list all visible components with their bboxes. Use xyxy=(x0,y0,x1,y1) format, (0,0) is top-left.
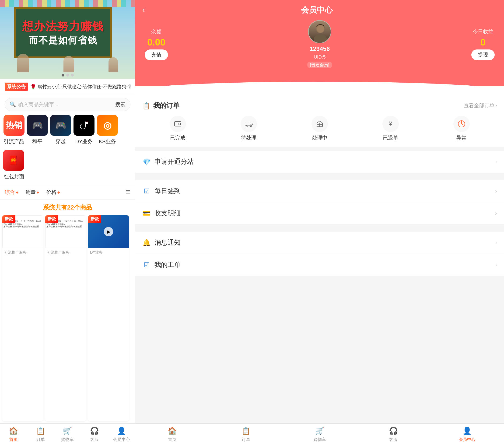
avatar-image xyxy=(309,21,331,43)
notification-arrow: › xyxy=(495,239,497,246)
tiktok-logo xyxy=(78,119,90,131)
red-packet-item[interactable]: 🧧 红包封面 xyxy=(2,150,24,180)
right-nav-home[interactable]: 🏠 首页 xyxy=(135,427,209,442)
recharge-button[interactable]: 充值 xyxy=(145,50,168,60)
nav-order[interactable]: 📋 订单 xyxy=(27,427,54,442)
announcement-label: 系统公告 xyxy=(5,83,28,91)
dot-3 xyxy=(71,74,74,76)
menu-finance[interactable]: 💳 收支明细 › xyxy=(135,202,504,224)
status-abnormal[interactable]: 异常 xyxy=(453,116,470,141)
search-bar[interactable]: 🔍 输入商品关键字... 搜索 xyxy=(5,98,130,111)
status-label-cancelled: 已退单 xyxy=(383,134,398,141)
divider-2 xyxy=(135,228,504,232)
svg-point-7 xyxy=(246,125,247,127)
right-nav-cart[interactable]: 🛒 购物车 xyxy=(283,427,357,442)
new-badge-3: 新款 xyxy=(88,215,101,223)
right-nav-member[interactable]: 👤 会员中心 xyxy=(430,427,504,442)
right-member-icon: 👤 xyxy=(463,427,472,435)
right-content: 📋 我的订单 查看全部订单 › xyxy=(135,96,504,423)
category-icon-chuyue: 🎮 xyxy=(50,115,71,136)
sort-sales[interactable]: 销量 ◆ xyxy=(25,189,39,196)
product-img-1: 贯维精品货 云计算个人计划！！1发行件价值！2000元，1000元自动出...用… xyxy=(2,215,43,248)
category-icon-hot: 热销 xyxy=(3,115,24,136)
category-ks[interactable]: ◎ KS业务 xyxy=(96,115,119,145)
orders-icon: 📋 xyxy=(142,102,150,110)
sort-composite-label: 综合 xyxy=(5,189,15,196)
view-all-orders[interactable]: 查看全部订单 › xyxy=(464,102,497,109)
withdraw-button[interactable]: 提现 xyxy=(471,50,495,60)
svg-rect-6 xyxy=(245,122,250,126)
category-label-chuyue: 穿越 xyxy=(55,138,66,145)
user-uid: UID:5 xyxy=(314,54,325,60)
product-card-2[interactable]: 贯维精品货 云计算个人计划！！发行件价值！2000元，1000元自动出...用户… xyxy=(45,215,86,421)
menu-substation[interactable]: 💎 申请开通分站 › xyxy=(135,151,504,173)
ks-icon: ◎ xyxy=(103,120,111,131)
category-heping[interactable]: 🎮 和平 xyxy=(26,115,49,145)
order-statuses: 已完成 待处理 xyxy=(142,116,497,141)
product-grid: 贯维精品货 云计算个人计划！！1发行件价值！2000元，1000元自动出...用… xyxy=(0,215,135,423)
right-nav-order[interactable]: 📋 订单 xyxy=(209,427,283,442)
menu-notification[interactable]: 🔔 消息通知 › xyxy=(135,232,504,254)
menu-worklist[interactable]: ☑ 我的工单 › xyxy=(135,254,504,276)
right-nav-service[interactable]: 🎧 客服 xyxy=(357,427,430,442)
red-packet-label: 红包封面 xyxy=(3,173,24,180)
wave-separator xyxy=(135,86,504,96)
orders-title: 📋 我的订单 xyxy=(142,101,180,110)
cart-label: 购物车 xyxy=(61,437,74,442)
product-card-3[interactable]: ▶ 新款 DY业务 xyxy=(88,215,129,421)
product-card-info-2: 引流推广服务 xyxy=(45,248,86,256)
product-card-1[interactable]: 贯维精品货 云计算个人计划！！1发行件价值！2000元，1000元自动出...用… xyxy=(2,215,43,421)
substation-icon: 💎 xyxy=(142,158,151,166)
dot-2 xyxy=(66,74,69,76)
play-button: ▶ xyxy=(104,227,113,236)
svg-text:¥: ¥ xyxy=(389,120,392,127)
nav-cart[interactable]: 🛒 购物车 xyxy=(54,427,81,442)
category-dy[interactable]: DY业务 xyxy=(72,115,96,145)
bottom-spacer xyxy=(135,280,504,289)
list-view-icon[interactable]: ☰ xyxy=(125,189,130,196)
announcement-content: 腐竹云小店-只做稳定-给你信任-不做跑路狗-售后稳定 xyxy=(37,84,130,90)
status-cancelled[interactable]: ¥ 已退单 xyxy=(382,116,399,141)
right-home-icon: 🏠 xyxy=(167,427,177,435)
svg-line-15 xyxy=(462,124,463,125)
view-all-arrow: › xyxy=(495,103,497,109)
sort-price[interactable]: 价格 ◆ xyxy=(46,189,60,196)
menu-checkin[interactable]: ☑ 每日签到 › xyxy=(135,180,504,202)
banner-dots xyxy=(62,74,74,76)
nav-member[interactable]: 👤 会员中心 xyxy=(108,427,135,442)
worklist-arrow: › xyxy=(495,262,497,268)
status-completed[interactable]: 已完成 xyxy=(170,116,186,141)
new-badge-2: 新款 xyxy=(45,215,58,223)
menu-section-2: ☑ 每日签到 › 💳 收支明细 › xyxy=(135,180,504,224)
decorative-flags xyxy=(0,0,135,7)
sort-composite[interactable]: 综合 ◆ xyxy=(5,189,18,196)
banner-line1: 想办法努力赚钱 xyxy=(22,19,104,34)
status-icon-processing xyxy=(311,116,328,132)
status-pending[interactable]: 待处理 xyxy=(241,116,257,141)
balance-section: 余额 0.00 充值 xyxy=(145,28,168,60)
product-card-info-3: DY业务 xyxy=(88,248,129,256)
banner-line2: 而不是如何省钱 xyxy=(29,34,97,47)
back-button[interactable]: ‹ xyxy=(142,5,145,15)
right-cart-icon: 🛒 xyxy=(315,427,324,435)
nav-home[interactable]: 🏠 首页 xyxy=(0,427,27,442)
hot-text: 热销 xyxy=(6,120,22,131)
status-processing[interactable]: 处理中 xyxy=(311,116,328,141)
figure3 xyxy=(108,57,118,72)
svg-point-2 xyxy=(317,25,324,33)
right-order-label: 订单 xyxy=(242,437,250,442)
nav-service[interactable]: 🎧 客服 xyxy=(81,427,108,442)
search-placeholder[interactable]: 输入商品关键字... xyxy=(18,101,115,108)
category-label-dy: DY业务 xyxy=(75,138,93,145)
product-card-info-1: 引流推广服务 xyxy=(2,248,43,256)
search-button[interactable]: 搜索 xyxy=(115,101,126,108)
left-bottom-nav: 🏠 首页 📋 订单 🛒 购物车 🎧 客服 👤 会员中心 xyxy=(0,423,135,447)
checkin-label: 每日签到 xyxy=(154,187,495,196)
clock-icon xyxy=(457,120,466,128)
status-icon-abnormal xyxy=(453,116,470,132)
diamond-icon-3: ◆ xyxy=(57,190,60,194)
avatar-section: 123456 UID:5 [普通会员] xyxy=(307,20,332,68)
orders-section: 📋 我的订单 查看全部订单 › xyxy=(135,96,504,147)
category-chuyue[interactable]: 🎮 穿越 xyxy=(49,115,72,145)
category-hot[interactable]: 热销 引流产品 xyxy=(2,115,26,145)
